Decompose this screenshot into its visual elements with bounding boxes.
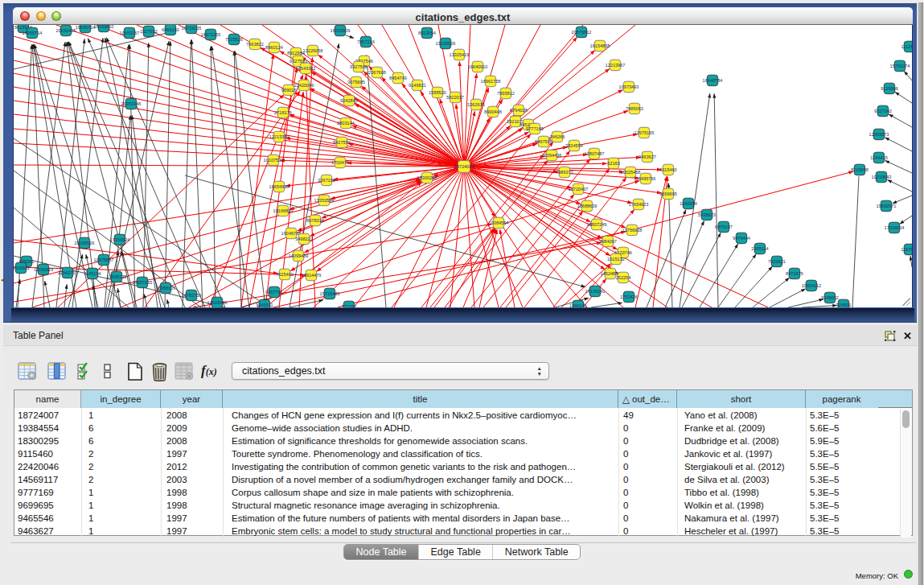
- svg-text:7515526: 7515526: [225, 37, 243, 42]
- svg-text:9245011: 9245011: [256, 303, 273, 307]
- svg-text:9474444: 9474444: [733, 236, 750, 241]
- svg-text:3675685: 3675685: [347, 80, 365, 84]
- svg-text:8990448: 8990448: [484, 109, 502, 114]
- svg-text:62160: 62160: [607, 161, 620, 166]
- svg-text:1588520: 1588520: [429, 90, 446, 95]
- svg-text:10719135: 10719135: [182, 26, 202, 31]
- svg-text:6879197: 6879197: [715, 225, 733, 229]
- svg-text:20206526: 20206526: [75, 241, 95, 245]
- svg-text:1640954: 1640954: [680, 201, 697, 206]
- svg-text:20876812: 20876812: [572, 30, 592, 35]
- svg-text:2367608: 2367608: [368, 70, 386, 75]
- svg-text:10807487: 10807487: [585, 151, 605, 156]
- svg-text:20691406: 20691406: [56, 28, 76, 33]
- svg-text:7986372: 7986372: [556, 170, 573, 175]
- svg-text:15720407: 15720407: [569, 187, 589, 192]
- svg-text:13226058: 13226058: [303, 48, 323, 53]
- svg-text:12923446: 12923446: [207, 300, 228, 305]
- svg-text:9115460: 9115460: [659, 167, 676, 172]
- svg-text:8427552: 8427552: [333, 140, 351, 145]
- svg-text:7955812: 7955812: [497, 91, 515, 96]
- svg-text:19166829: 19166829: [273, 208, 294, 213]
- svg-text:6794028: 6794028: [510, 108, 528, 113]
- svg-text:9129966: 9129966: [881, 86, 898, 91]
- svg-text:16543362: 16543362: [296, 66, 316, 71]
- svg-text:12093873: 12093873: [869, 132, 889, 137]
- svg-text:2803144: 2803144: [337, 121, 355, 126]
- svg-text:16961758: 16961758: [481, 79, 501, 84]
- svg-text:16154838: 16154838: [590, 43, 610, 48]
- svg-text:10958107: 10958107: [156, 286, 176, 290]
- svg-text:22420046: 22420046: [294, 83, 314, 88]
- svg-text:8813054: 8813054: [418, 31, 436, 35]
- svg-text:16914479: 16914479: [302, 273, 322, 278]
- svg-text:3915911: 3915911: [14, 266, 30, 270]
- svg-text:1112661: 1112661: [901, 44, 912, 49]
- svg-text:5938923: 5938923: [698, 212, 716, 217]
- svg-text:746266: 746266: [550, 134, 565, 139]
- svg-text:9327508: 9327508: [350, 64, 368, 69]
- svg-text:7663822: 7663822: [246, 42, 264, 47]
- svg-text:9777169: 9777169: [526, 126, 544, 131]
- svg-text:3824554: 3824554: [565, 143, 583, 148]
- svg-text:16033809: 16033809: [331, 28, 351, 33]
- svg-text:1362615: 1362615: [467, 102, 485, 107]
- svg-text:13353594: 13353594: [314, 198, 335, 203]
- svg-text:9245652: 9245652: [821, 295, 839, 300]
- svg-text:9242845: 9242845: [340, 98, 358, 103]
- svg-text:16671355: 16671355: [201, 32, 221, 37]
- svg-text:16782759: 16782759: [182, 293, 202, 298]
- svg-text:9146821: 9146821: [409, 83, 426, 88]
- svg-text:5822037: 5822037: [446, 95, 464, 100]
- svg-text:18724007: 18724007: [454, 164, 474, 169]
- svg-text:8215958: 8215958: [851, 167, 869, 172]
- svg-text:12213967: 12213967: [606, 63, 626, 68]
- svg-text:10973493: 10973493: [619, 84, 639, 89]
- svg-text:12942757: 12942757: [58, 270, 78, 275]
- svg-text:10210643: 10210643: [872, 175, 892, 179]
- svg-text:13756928: 13756928: [622, 228, 643, 233]
- svg-text:9227342: 9227342: [874, 109, 892, 113]
- svg-text:17957255: 17957255: [133, 280, 153, 285]
- svg-text:14099489: 14099489: [289, 253, 309, 258]
- svg-text:12213369: 12213369: [269, 134, 290, 139]
- svg-text:1145194: 1145194: [84, 271, 101, 276]
- svg-text:1244415: 1244415: [870, 155, 888, 160]
- svg-text:7625402: 7625402: [276, 272, 294, 277]
- svg-text:13325419: 13325419: [450, 52, 470, 57]
- svg-text:12975165: 12975165: [634, 130, 655, 135]
- svg-text:1527602: 1527602: [140, 29, 158, 34]
- svg-text:7857224: 7857224: [357, 39, 375, 44]
- svg-text:17359924: 17359924: [110, 237, 130, 242]
- svg-text:8454749: 8454749: [389, 76, 407, 80]
- svg-text:7632621: 7632621: [768, 259, 786, 264]
- svg-text:10975887: 10975887: [94, 257, 114, 262]
- svg-text:18807249: 18807249: [587, 222, 607, 227]
- svg-text:17654923: 17654923: [629, 202, 649, 207]
- svg-text:10653267: 10653267: [120, 31, 140, 35]
- svg-text:18300295: 18300295: [417, 175, 437, 180]
- svg-text:8960124: 8960124: [265, 45, 283, 50]
- svg-text:1700479: 1700479: [331, 160, 349, 165]
- svg-text:7485063: 7485063: [626, 106, 643, 111]
- svg-text:2718176: 2718176: [274, 110, 292, 115]
- svg-text:9084067: 9084067: [599, 239, 617, 244]
- svg-text:14055714: 14055714: [23, 31, 43, 35]
- svg-text:924501: 924501: [836, 303, 852, 307]
- svg-text:16654993: 16654993: [269, 184, 290, 189]
- svg-text:16046738: 16046738: [281, 231, 302, 236]
- svg-text:12505135: 12505135: [107, 274, 127, 279]
- svg-text:3498222: 3498222: [295, 237, 313, 241]
- svg-text:19218506: 19218506: [436, 41, 456, 46]
- svg-text:6466160: 6466160: [162, 27, 179, 32]
- svg-text:15751074: 15751074: [890, 64, 910, 68]
- svg-text:17016504: 17016504: [885, 225, 905, 230]
- svg-text:8678334: 8678334: [306, 218, 324, 223]
- svg-text:20364436: 20364436: [542, 153, 562, 158]
- svg-text:10025458: 10025458: [621, 170, 641, 175]
- svg-text:9463627: 9463627: [639, 154, 656, 159]
- svg-text:20053346: 20053346: [121, 101, 142, 106]
- svg-text:19384554: 19384554: [489, 220, 509, 225]
- svg-text:9699695: 9699695: [659, 192, 677, 196]
- svg-text:10107532: 10107532: [264, 158, 284, 163]
